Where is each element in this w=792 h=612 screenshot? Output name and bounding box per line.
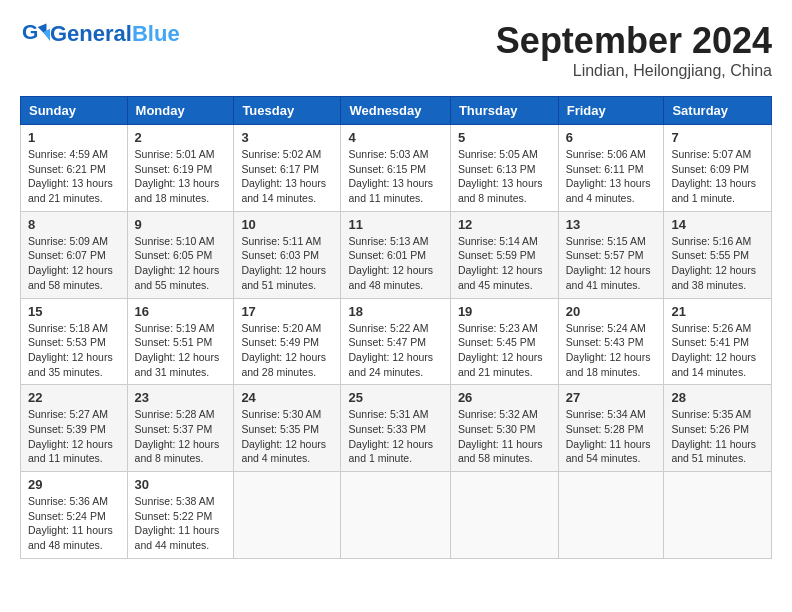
day-number: 12 [458,217,551,232]
calendar-table: SundayMondayTuesdayWednesdayThursdayFrid… [20,96,772,559]
day-info: Sunrise: 5:38 AM Sunset: 5:22 PM Dayligh… [135,494,227,553]
day-info: Sunrise: 5:32 AM Sunset: 5:30 PM Dayligh… [458,407,551,466]
day-info: Sunrise: 5:02 AM Sunset: 6:17 PM Dayligh… [241,147,333,206]
calendar-cell: 23Sunrise: 5:28 AM Sunset: 5:37 PM Dayli… [127,385,234,472]
day-info: Sunrise: 5:05 AM Sunset: 6:13 PM Dayligh… [458,147,551,206]
page-header: G GeneralBlue September 2024 Lindian, He… [20,20,772,80]
day-number: 23 [135,390,227,405]
day-number: 21 [671,304,764,319]
day-info: Sunrise: 5:23 AM Sunset: 5:45 PM Dayligh… [458,321,551,380]
day-info: Sunrise: 5:27 AM Sunset: 5:39 PM Dayligh… [28,407,120,466]
day-info: Sunrise: 5:20 AM Sunset: 5:49 PM Dayligh… [241,321,333,380]
day-info: Sunrise: 5:36 AM Sunset: 5:24 PM Dayligh… [28,494,120,553]
day-info: Sunrise: 5:06 AM Sunset: 6:11 PM Dayligh… [566,147,657,206]
day-number: 25 [348,390,442,405]
day-number: 1 [28,130,120,145]
calendar-cell: 3Sunrise: 5:02 AM Sunset: 6:17 PM Daylig… [234,125,341,212]
logo: G GeneralBlue [20,20,180,48]
day-number: 13 [566,217,657,232]
calendar-cell: 14Sunrise: 5:16 AM Sunset: 5:55 PM Dayli… [664,211,772,298]
calendar-week-3: 15Sunrise: 5:18 AM Sunset: 5:53 PM Dayli… [21,298,772,385]
calendar-cell: 28Sunrise: 5:35 AM Sunset: 5:26 PM Dayli… [664,385,772,472]
day-number: 30 [135,477,227,492]
day-number: 28 [671,390,764,405]
day-number: 18 [348,304,442,319]
calendar-cell: 30Sunrise: 5:38 AM Sunset: 5:22 PM Dayli… [127,472,234,559]
calendar-cell [450,472,558,559]
calendar-cell: 4Sunrise: 5:03 AM Sunset: 6:15 PM Daylig… [341,125,450,212]
calendar-cell: 7Sunrise: 5:07 AM Sunset: 6:09 PM Daylig… [664,125,772,212]
weekday-header-tuesday: Tuesday [234,97,341,125]
day-number: 15 [28,304,120,319]
day-number: 17 [241,304,333,319]
logo-text: GeneralBlue [50,23,180,45]
day-number: 3 [241,130,333,145]
calendar-cell [341,472,450,559]
day-number: 29 [28,477,120,492]
calendar-cell [234,472,341,559]
svg-text:G: G [22,20,38,43]
calendar-cell: 25Sunrise: 5:31 AM Sunset: 5:33 PM Dayli… [341,385,450,472]
day-info: Sunrise: 5:31 AM Sunset: 5:33 PM Dayligh… [348,407,442,466]
day-info: Sunrise: 5:07 AM Sunset: 6:09 PM Dayligh… [671,147,764,206]
calendar-cell: 10Sunrise: 5:11 AM Sunset: 6:03 PM Dayli… [234,211,341,298]
calendar-cell: 11Sunrise: 5:13 AM Sunset: 6:01 PM Dayli… [341,211,450,298]
day-number: 16 [135,304,227,319]
logo-icon: G [22,20,50,48]
calendar-cell: 18Sunrise: 5:22 AM Sunset: 5:47 PM Dayli… [341,298,450,385]
calendar-cell: 9Sunrise: 5:10 AM Sunset: 6:05 PM Daylig… [127,211,234,298]
day-info: Sunrise: 5:10 AM Sunset: 6:05 PM Dayligh… [135,234,227,293]
calendar-cell: 12Sunrise: 5:14 AM Sunset: 5:59 PM Dayli… [450,211,558,298]
day-info: Sunrise: 5:01 AM Sunset: 6:19 PM Dayligh… [135,147,227,206]
day-info: Sunrise: 5:03 AM Sunset: 6:15 PM Dayligh… [348,147,442,206]
weekday-header-wednesday: Wednesday [341,97,450,125]
calendar-cell: 1Sunrise: 4:59 AM Sunset: 6:21 PM Daylig… [21,125,128,212]
weekday-header-saturday: Saturday [664,97,772,125]
day-info: Sunrise: 5:15 AM Sunset: 5:57 PM Dayligh… [566,234,657,293]
calendar-week-2: 8Sunrise: 5:09 AM Sunset: 6:07 PM Daylig… [21,211,772,298]
calendar-cell: 13Sunrise: 5:15 AM Sunset: 5:57 PM Dayli… [558,211,664,298]
calendar-cell: 19Sunrise: 5:23 AM Sunset: 5:45 PM Dayli… [450,298,558,385]
day-number: 5 [458,130,551,145]
calendar-cell: 2Sunrise: 5:01 AM Sunset: 6:19 PM Daylig… [127,125,234,212]
day-number: 14 [671,217,764,232]
calendar-cell: 27Sunrise: 5:34 AM Sunset: 5:28 PM Dayli… [558,385,664,472]
location-title: Lindian, Heilongjiang, China [496,62,772,80]
day-info: Sunrise: 4:59 AM Sunset: 6:21 PM Dayligh… [28,147,120,206]
day-number: 9 [135,217,227,232]
calendar-cell: 16Sunrise: 5:19 AM Sunset: 5:51 PM Dayli… [127,298,234,385]
day-number: 24 [241,390,333,405]
calendar-cell: 21Sunrise: 5:26 AM Sunset: 5:41 PM Dayli… [664,298,772,385]
calendar-cell [558,472,664,559]
day-info: Sunrise: 5:09 AM Sunset: 6:07 PM Dayligh… [28,234,120,293]
weekday-header-monday: Monday [127,97,234,125]
calendar-week-4: 22Sunrise: 5:27 AM Sunset: 5:39 PM Dayli… [21,385,772,472]
day-number: 10 [241,217,333,232]
calendar-cell: 26Sunrise: 5:32 AM Sunset: 5:30 PM Dayli… [450,385,558,472]
title-area: September 2024 Lindian, Heilongjiang, Ch… [496,20,772,80]
calendar-cell: 15Sunrise: 5:18 AM Sunset: 5:53 PM Dayli… [21,298,128,385]
calendar-cell: 29Sunrise: 5:36 AM Sunset: 5:24 PM Dayli… [21,472,128,559]
day-info: Sunrise: 5:26 AM Sunset: 5:41 PM Dayligh… [671,321,764,380]
day-number: 11 [348,217,442,232]
weekday-header-row: SundayMondayTuesdayWednesdayThursdayFrid… [21,97,772,125]
calendar-week-1: 1Sunrise: 4:59 AM Sunset: 6:21 PM Daylig… [21,125,772,212]
day-number: 19 [458,304,551,319]
day-number: 2 [135,130,227,145]
day-number: 27 [566,390,657,405]
day-info: Sunrise: 5:22 AM Sunset: 5:47 PM Dayligh… [348,321,442,380]
calendar-cell: 8Sunrise: 5:09 AM Sunset: 6:07 PM Daylig… [21,211,128,298]
day-number: 7 [671,130,764,145]
calendar-cell: 17Sunrise: 5:20 AM Sunset: 5:49 PM Dayli… [234,298,341,385]
month-title: September 2024 [496,20,772,62]
day-number: 22 [28,390,120,405]
calendar-week-5: 29Sunrise: 5:36 AM Sunset: 5:24 PM Dayli… [21,472,772,559]
day-info: Sunrise: 5:18 AM Sunset: 5:53 PM Dayligh… [28,321,120,380]
day-number: 4 [348,130,442,145]
calendar-cell: 5Sunrise: 5:05 AM Sunset: 6:13 PM Daylig… [450,125,558,212]
day-info: Sunrise: 5:24 AM Sunset: 5:43 PM Dayligh… [566,321,657,380]
weekday-header-friday: Friday [558,97,664,125]
weekday-header-sunday: Sunday [21,97,128,125]
day-info: Sunrise: 5:19 AM Sunset: 5:51 PM Dayligh… [135,321,227,380]
calendar-cell: 6Sunrise: 5:06 AM Sunset: 6:11 PM Daylig… [558,125,664,212]
